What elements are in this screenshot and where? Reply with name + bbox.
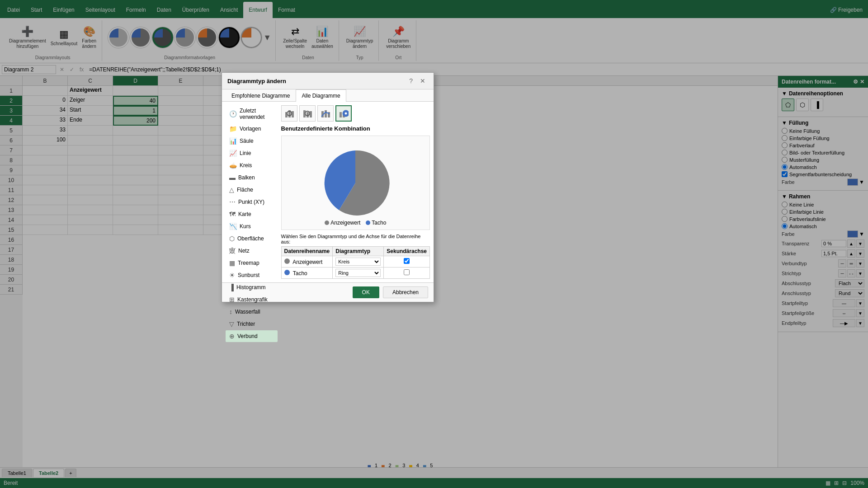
sidebar-label-kurs: Kurs [240, 223, 251, 230]
sidebar-label-saeule: Säule [240, 138, 254, 144]
checkbox-secondary-anzeigewert[interactable] [404, 258, 410, 264]
sidebar-item-vorlagen[interactable]: 📁 Vorlagen [226, 123, 278, 135]
sidebar-item-trichter[interactable]: ▽ Trichter [226, 318, 278, 330]
box-plot-icon: ⊞ [229, 296, 235, 303]
dialog-tab-empfohlen[interactable]: Empfohlene Diagramme [226, 89, 296, 102]
series-name-anzeigewert: Anzeigewert [292, 259, 322, 265]
clock-icon: 🕐 [229, 110, 237, 117]
sidebar-label-vorlagen: Vorlagen [240, 126, 261, 132]
chart-icon-4[interactable] [335, 105, 352, 122]
sidebar-item-balken[interactable]: ▬ Balken [226, 172, 278, 183]
sidebar-label-balken: Balken [238, 174, 255, 181]
sidebar-label-sunburst: Sunburst [238, 272, 259, 278]
series-color-anzeigewert [284, 258, 290, 264]
scatter-icon: ⋯ [229, 198, 236, 206]
chart-icon-1[interactable] [281, 105, 297, 122]
sunburst-icon: ☀ [229, 272, 235, 279]
svg-rect-2 [292, 111, 294, 117]
area-chart-icon: △ [229, 186, 234, 193]
folder-icon: 📁 [229, 125, 237, 132]
line-chart-icon: 📈 [229, 150, 237, 157]
histogram-icon: ▐ [229, 284, 234, 291]
dialog-title-buttons: ? ✕ [406, 76, 428, 85]
ok-button[interactable]: OK [353, 286, 379, 298]
checkbox-secondary-tacho[interactable] [404, 269, 410, 275]
sidebar-item-histogramm[interactable]: ▐ Histogramm [226, 282, 278, 293]
stock-icon: 📉 [229, 223, 237, 230]
sidebar-item-netz[interactable]: 🕸 Netz [226, 245, 278, 257]
table-row-anzeigewert: Anzeigewert Kreis Ring Balken [281, 256, 429, 267]
sidebar-label-kreis: Kreis [240, 162, 252, 169]
cell-type-tacho[interactable]: Kreis Ring Balken [333, 267, 384, 279]
sidebar-label-linie: Linie [240, 150, 251, 156]
sidebar-label-zuletzt: Zuletzt verwendet [240, 108, 274, 120]
dialog-title-text: Diagrammtyp ändern [227, 78, 286, 84]
sidebar-item-kreis[interactable]: 🥧 Kreis [226, 160, 278, 171]
surface-icon: ⬡ [229, 235, 235, 242]
svg-rect-9 [325, 110, 327, 117]
cell-name-tacho: Tacho [281, 267, 333, 279]
data-series-table: Datenreihenname Diagrammtyp Sekundärachs… [281, 246, 430, 279]
radar-icon: 🕸 [229, 247, 236, 254]
svg-rect-11 [340, 112, 342, 117]
sidebar-label-netz: Netz [238, 248, 250, 254]
cell-name-anzeigewert: Anzeigewert [281, 256, 333, 267]
sidebar-item-wasserfall[interactable]: ↕ Wasserfall [226, 306, 278, 318]
legend-tacho: Tacho [366, 220, 386, 226]
sidebar-item-oberflaeche[interactable]: ⬡ Oberfläche [226, 233, 278, 244]
cell-type-anzeigewert[interactable]: Kreis Ring Balken [333, 256, 384, 267]
bar-chart-icon: 📊 [229, 137, 237, 145]
combo-icon: ⊕ [229, 333, 235, 340]
treemap-icon: ▦ [229, 259, 235, 267]
dialog-tab-alle[interactable]: Alle Diagramme [296, 89, 346, 102]
dialog-main-content: Benutzerdefinierte Kombination Anzeigewe… [281, 105, 430, 279]
chart-icon-2[interactable] [299, 105, 316, 122]
dialog-close-button[interactable]: ✕ [417, 76, 428, 85]
chart-preview-area: Anzeigewert Tacho [281, 136, 430, 230]
table-label: Wählen Sie den Diagrammtyp und die Achse… [281, 234, 430, 244]
legend-anzeigewert: Anzeigewert [325, 220, 360, 226]
dialog-help-button[interactable]: ? [406, 76, 415, 85]
sidebar-label-oberflaeche: Oberfläche [237, 235, 264, 242]
cell-secondary-tacho[interactable] [384, 267, 430, 279]
waterfall-icon: ↕ [229, 308, 232, 315]
dialog-overlay[interactable] [0, 0, 868, 488]
dialog-sidebar: 🕐 Zuletzt verwendet 📁 Vorlagen 📊 Säule 📈… [226, 105, 278, 279]
sidebar-item-linie[interactable]: 📈 Linie [226, 147, 278, 159]
sidebar-item-punkt[interactable]: ⋯ Punkt (XY) [226, 196, 278, 208]
preview-legend: Anzeigewert Tacho [325, 220, 386, 226]
sidebar-label-treemap: Treemap [238, 260, 259, 266]
col-header-secondary: Sekundärachse [384, 247, 430, 256]
sidebar-label-punkt: Punkt (XY) [238, 199, 264, 205]
chart-icon-3[interactable] [317, 105, 334, 122]
dialog-title-bar: Diagrammtyp ändern ? ✕ [222, 73, 434, 89]
sidebar-item-zuletzt[interactable]: 🕐 Zuletzt verwendet [226, 105, 278, 122]
sidebar-label-trichter: Trichter [237, 321, 255, 327]
table-row-tacho: Tacho Kreis Ring Balken [281, 267, 429, 279]
cell-secondary-anzeigewert[interactable] [384, 256, 430, 267]
sidebar-item-kastengrafik[interactable]: ⊞ Kastengrafik [226, 294, 278, 305]
chart-preview-title: Benutzerdefinierte Kombination [281, 125, 430, 132]
dialog-diagrammtyp: Diagrammtyp ändern ? ✕ Empfohlene Diagra… [222, 72, 434, 302]
type-select-tacho[interactable]: Kreis Ring Balken [335, 269, 381, 277]
col-header-name: Datenreihenname [281, 247, 333, 256]
sidebar-item-flaeche[interactable]: △ Fläche [226, 184, 278, 196]
sidebar-item-saeule[interactable]: 📊 Säule [226, 135, 278, 147]
sidebar-item-sunburst[interactable]: ☀ Sunburst [226, 269, 278, 281]
col-header-type: Diagrammtyp [333, 247, 384, 256]
sidebar-item-karte[interactable]: 🗺 Karte [226, 208, 278, 220]
sidebar-label-karte: Karte [238, 211, 251, 217]
series-name-tacho: Tacho [293, 270, 307, 277]
sidebar-item-kurs[interactable]: 📉 Kurs [226, 221, 278, 232]
legend-anzeigewert-dot [325, 221, 329, 225]
sidebar-label-wasserfall: Wasserfall [235, 309, 260, 315]
type-select-anzeigewert[interactable]: Kreis Ring Balken [335, 258, 381, 266]
funnel-icon: ▽ [229, 320, 234, 328]
sidebar-item-treemap[interactable]: ▦ Treemap [226, 257, 278, 269]
svg-rect-5 [307, 112, 309, 117]
sidebar-item-verbund[interactable]: ⊕ Verbund [226, 330, 278, 342]
dialog-tab-bar: Empfohlene Diagramme Alle Diagramme [222, 89, 434, 102]
series-color-tacho [284, 270, 290, 275]
sidebar-label-histogramm: Histogramm [236, 284, 266, 291]
cancel-button[interactable]: Abbrechen [383, 286, 428, 298]
